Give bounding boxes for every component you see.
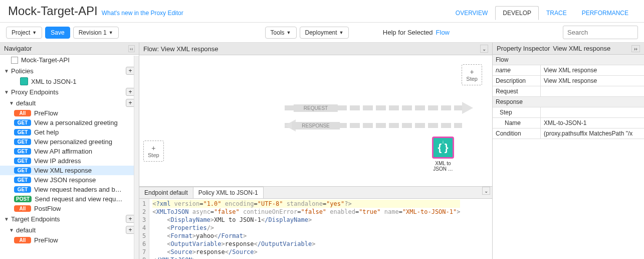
- inspector-row: DescriptionView XML response: [493, 76, 644, 86]
- nav-flow-item[interactable]: GETView request headers and bo…: [0, 185, 139, 194]
- nav-target-endpoints-header[interactable]: ▼Target Endpoints+: [0, 213, 139, 224]
- nav-flow-item[interactable]: GETGet help: [0, 127, 139, 137]
- editor-tab-policy[interactable]: Policy XML to JSON-1: [193, 187, 264, 198]
- add-request-step[interactable]: +Step: [462, 64, 482, 85]
- inspector-row: Condition(proxy.pathsuffix MatchesPath "…: [493, 128, 644, 139]
- arrow-right-icon: [462, 102, 473, 114]
- scrollbar[interactable]: [134, 56, 139, 259]
- nav-flow-item[interactable]: AllPreFlow: [0, 235, 139, 245]
- collapse-icon[interactable]: ⌄: [482, 187, 490, 195]
- inspector-row: NameXML-to-JSON-1: [493, 118, 644, 128]
- method-badge: GET: [14, 186, 31, 193]
- flow-label: View a personalized greeting: [34, 119, 118, 126]
- expander-icon: ▼: [9, 100, 14, 106]
- collapse-icon[interactable]: ››: [631, 45, 640, 52]
- header: Mock-Target-API What's new in the Proxy …: [0, 0, 644, 23]
- method-badge: GET: [14, 148, 31, 155]
- whatsnew-link[interactable]: What's new in the Proxy Editor: [102, 10, 183, 17]
- arrow-down-icon: ↓: [442, 139, 445, 145]
- expander-icon: ▼: [9, 227, 14, 233]
- flow-label: View personalized greeting: [34, 138, 112, 146]
- navigator-header: Navigator ‹‹: [0, 43, 139, 55]
- search-input[interactable]: [563, 26, 638, 39]
- method-badge: POST: [14, 196, 32, 202]
- method-badge: All: [14, 205, 31, 212]
- method-badge: GET: [14, 139, 31, 145]
- nav-flow-item[interactable]: GETView XML response: [0, 166, 139, 175]
- expander-icon: ▼: [4, 68, 9, 74]
- nav-flow-item[interactable]: AllPreFlow: [0, 108, 139, 118]
- collapse-icon[interactable]: ⌄: [480, 45, 488, 53]
- policy-chip-label: XML to JSON …: [428, 161, 458, 172]
- method-badge: GET: [14, 158, 31, 164]
- nav-proxy-endpoints-header[interactable]: ▼Proxy Endpoints+: [0, 86, 139, 97]
- deployment-dropdown[interactable]: Deployment▼: [300, 27, 349, 39]
- code-editor: Endpoint default Policy XML to JSON-1 ⌄ …: [139, 186, 492, 259]
- method-badge: All: [14, 237, 31, 243]
- tools-dropdown[interactable]: Tools▼: [265, 27, 297, 39]
- caret-icon: ▼: [32, 30, 37, 35]
- code-area[interactable]: 12345678 <?xml version="1.0" encoding="U…: [139, 199, 492, 259]
- expander-icon: ▼: [4, 89, 9, 95]
- tab-performance[interactable]: PERFORMANCE: [574, 6, 636, 20]
- nav-policies-header[interactable]: ▼Policies+: [0, 65, 139, 76]
- plus-icon: +: [466, 68, 478, 76]
- inspector-row: Request: [493, 86, 644, 97]
- plus-icon: +: [148, 144, 159, 152]
- method-badge: All: [14, 110, 31, 116]
- nav-target-default[interactable]: ▼default+: [0, 224, 139, 235]
- editor-tab-endpoint[interactable]: Endpoint default: [139, 187, 193, 198]
- save-button[interactable]: Save: [45, 27, 70, 39]
- navigator: Navigator ‹‹ Mock-Target-API ▼Policies+ …: [0, 43, 139, 259]
- caret-icon: ▼: [287, 30, 291, 35]
- inspector-row: Step: [493, 107, 644, 118]
- inspector-row: Response: [493, 97, 644, 107]
- nav-proxy-default[interactable]: ▼default+: [0, 97, 139, 108]
- flow-panel: Flow: View XML response ⌄ +Step REQUEST …: [139, 43, 493, 259]
- flow-label: View request headers and bo…: [34, 186, 124, 193]
- method-badge: GET: [14, 129, 31, 136]
- method-badge: GET: [14, 177, 31, 183]
- tab-trace[interactable]: TRACE: [539, 6, 574, 20]
- tab-develop[interactable]: DEVELOP: [495, 6, 539, 20]
- flow-label: Get help: [34, 128, 59, 136]
- page-icon: [11, 57, 18, 64]
- add-response-step[interactable]: +Step: [143, 141, 164, 162]
- flow-label: PostFlow: [34, 205, 61, 212]
- nav-flow-item[interactable]: GETView API affirmation: [0, 147, 139, 156]
- flow-label: View API affirmation: [34, 148, 92, 155]
- nav-flow-item[interactable]: GETView IP address: [0, 156, 139, 166]
- project-dropdown[interactable]: Project▼: [6, 27, 42, 39]
- method-badge: GET: [14, 119, 31, 126]
- nav-flow-item[interactable]: GETView personalized greeting: [0, 137, 139, 147]
- policy-chip-xml-to-json[interactable]: ↓{ }: [432, 137, 454, 159]
- top-tabs: OVERVIEWDEVELOPTRACEPERFORMANCE: [448, 6, 636, 20]
- toolbar: Project▼ Save Revision 1▼ Tools▼ Deploym…: [0, 23, 644, 43]
- request-label: REQUEST: [294, 104, 338, 112]
- revision-dropdown[interactable]: Revision 1▼: [73, 27, 119, 39]
- nav-policy-item[interactable]: XML to JSON-1: [0, 76, 139, 86]
- flow-label: PreFlow: [34, 236, 58, 244]
- nav-flow-item[interactable]: GETView JSON response: [0, 175, 139, 185]
- flow-label: Send request and view reque…: [35, 195, 125, 203]
- caret-icon: ▼: [109, 30, 113, 35]
- flow-label: View XML response: [34, 167, 92, 174]
- help-link[interactable]: Flow: [436, 29, 450, 36]
- help-text: Help for SelectedFlow: [383, 29, 450, 36]
- flow-label: View IP address: [34, 157, 81, 165]
- page-title: Mock-Target-API: [8, 4, 98, 18]
- tab-overview[interactable]: OVERVIEW: [448, 6, 495, 20]
- property-inspector: Property Inspector View XML response ›› …: [493, 43, 644, 259]
- nav-flow-item[interactable]: POSTSend request and view reque…: [0, 194, 139, 204]
- method-badge: GET: [14, 167, 31, 174]
- nav-flow-item[interactable]: GETView a personalized greeting: [0, 118, 139, 127]
- flow-label: View JSON response: [34, 176, 96, 184]
- nav-flow-item[interactable]: AllPostFlow: [0, 204, 139, 213]
- flow-label: PreFlow: [34, 109, 58, 117]
- collapse-icon[interactable]: ‹‹: [128, 45, 135, 52]
- flow-panel-header: Flow: View XML response ⌄: [139, 43, 492, 55]
- inspector-row: nameView XML response: [493, 65, 644, 76]
- nav-root[interactable]: Mock-Target-API: [0, 55, 139, 65]
- inspector-row: Flow: [493, 55, 644, 65]
- policy-icon: [20, 77, 28, 85]
